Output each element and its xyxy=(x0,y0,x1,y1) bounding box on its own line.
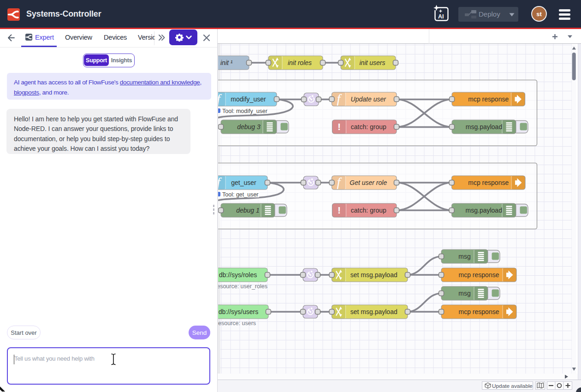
svg-text:Tool: get_user: Tool: get_user xyxy=(222,191,259,198)
svg-text:resource: user_roles: resource: user_roles xyxy=(215,283,267,290)
svg-text:set msg.payload: set msg.payload xyxy=(350,308,397,315)
svg-text:debug 3: debug 3 xyxy=(237,123,261,131)
svg-text:Update available: Update available xyxy=(492,383,533,389)
svg-text:AI: AI xyxy=(438,13,444,20)
svg-text:set msg.payload: set msg.payload xyxy=(350,271,397,279)
svg-text:debug 1: debug 1 xyxy=(236,207,260,214)
svg-text:msg: msg xyxy=(458,253,470,260)
svg-text:msg: msg xyxy=(458,290,470,297)
svg-text:msg.payload: msg.payload xyxy=(466,123,502,131)
svg-text:!: ! xyxy=(338,205,341,215)
svg-text:!: ! xyxy=(338,121,341,132)
svg-text:mcp response: mcp response xyxy=(459,271,499,279)
svg-text:catch: group: catch: group xyxy=(351,123,386,131)
svg-text:Update user: Update user xyxy=(351,95,387,103)
svg-text:init users: init users xyxy=(359,59,385,66)
svg-text:get_user: get_user xyxy=(231,179,256,186)
svg-text:init ¹: init ¹ xyxy=(220,59,233,66)
svg-text:mcp response: mcp response xyxy=(459,308,499,315)
svg-text:resource: users: resource: users xyxy=(216,320,256,327)
svg-text:modify_user: modify_user xyxy=(231,95,266,103)
svg-text:db://sys/users: db://sys/users xyxy=(219,308,258,315)
svg-text:db://sys/roles: db://sys/roles xyxy=(219,271,257,279)
svg-text:mcp response: mcp response xyxy=(468,179,509,186)
svg-text:init roles: init roles xyxy=(288,59,312,66)
svg-text:catch: group: catch: group xyxy=(351,207,386,214)
svg-text:mcp response: mcp response xyxy=(468,95,509,103)
svg-text:msg.payload: msg.payload xyxy=(466,207,502,214)
svg-text:Get user role: Get user role xyxy=(350,179,387,186)
svg-text:Tool: modify_user: Tool: modify_user xyxy=(222,108,267,114)
